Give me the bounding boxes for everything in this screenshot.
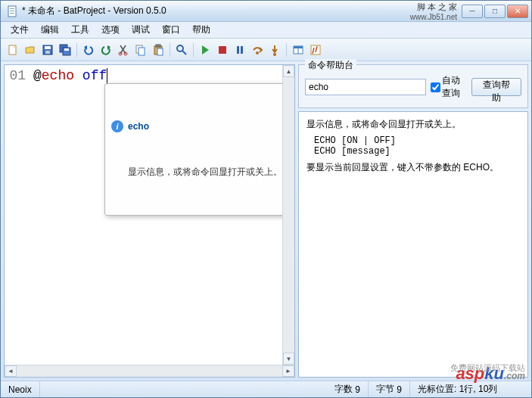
svg-rect-20 xyxy=(219,46,226,54)
tooltip-title: echo xyxy=(128,121,149,132)
svg-rect-3 xyxy=(10,13,14,14)
site-label: 脚 本 之 家 www.Jb51.net xyxy=(410,2,457,21)
toolbar-separator xyxy=(193,43,194,57)
help-panel: 命令帮助台 自动查询 查询帮助 显示信息，或将命令回显打开或关上。 ECHO [… xyxy=(298,64,528,378)
site-url: www.Jb51.net xyxy=(410,13,457,21)
scroll-right-icon[interactable]: ► xyxy=(282,365,294,377)
auto-query-checkbox[interactable]: 自动查询 xyxy=(431,74,467,100)
site-name: 脚 本 之 家 xyxy=(410,2,457,13)
minimize-button[interactable]: ─ xyxy=(462,5,483,18)
code-area[interactable]: @echo off i echo 显示信息，或将命令回显打开或关上。 xyxy=(32,65,282,365)
svg-rect-10 xyxy=(64,48,69,51)
svg-rect-17 xyxy=(157,48,163,55)
vertical-scrollbar[interactable]: ▲ ▼ xyxy=(282,65,294,365)
new-icon[interactable] xyxy=(5,42,20,58)
menubar: 文件 编辑 工具 选项 调试 窗口 帮助 xyxy=(1,22,531,39)
main-area: 01 @echo off i echo 显示信息，或将命令回显打开或关上。 ▲ … xyxy=(1,61,531,381)
help-search-input[interactable] xyxy=(305,79,426,95)
svg-rect-16 xyxy=(156,45,160,47)
svg-point-24 xyxy=(273,53,276,56)
info-icon: i xyxy=(111,120,123,132)
help-icon[interactable] xyxy=(308,42,323,58)
maximize-button[interactable]: □ xyxy=(484,5,506,18)
menu-tools[interactable]: 工具 xyxy=(66,22,95,38)
scroll-up-icon[interactable]: ▲ xyxy=(283,65,294,77)
code-keyword: echo xyxy=(42,68,74,83)
status-author: Neoix xyxy=(1,381,40,397)
svg-rect-22 xyxy=(241,46,243,54)
pause-icon[interactable] xyxy=(232,42,247,58)
cut-icon[interactable] xyxy=(116,42,131,58)
close-button[interactable]: ✕ xyxy=(507,5,528,18)
find-icon[interactable] xyxy=(174,42,189,58)
app-icon xyxy=(7,5,19,17)
stepin-icon[interactable] xyxy=(267,42,282,58)
svg-rect-6 xyxy=(45,46,51,49)
horizontal-scrollbar[interactable]: ◄ ► xyxy=(5,365,294,377)
statusbar: Neoix 字数 9 字节 9 光标位置: 1行, 10列 xyxy=(1,381,531,397)
menu-debug[interactable]: 调试 xyxy=(126,22,155,38)
help-legend: 命令帮助台 xyxy=(305,59,356,72)
status-chars: 字数 9 xyxy=(327,381,369,397)
scroll-down-icon[interactable]: ▼ xyxy=(283,353,294,365)
text-cursor xyxy=(107,68,107,83)
toolbar-separator xyxy=(170,43,170,57)
save-icon[interactable] xyxy=(40,42,55,58)
menu-window[interactable]: 窗口 xyxy=(157,22,185,38)
svg-rect-2 xyxy=(10,11,14,11)
paste-icon[interactable] xyxy=(151,42,166,58)
help-line2: 要显示当前回显设置，键入不带参数的 ECHO。 xyxy=(306,161,520,174)
toolbar xyxy=(1,39,531,61)
code-at: @ xyxy=(33,68,42,83)
svg-rect-7 xyxy=(45,51,50,54)
svg-rect-1 xyxy=(10,8,14,9)
stepover-icon[interactable] xyxy=(250,42,265,58)
auto-query-check[interactable] xyxy=(431,82,440,92)
svg-rect-26 xyxy=(294,46,303,48)
help-content[interactable]: 显示信息，或将命令回显打开或关上。 ECHO [ON | OFF] ECHO [… xyxy=(298,111,528,378)
menu-file[interactable]: 文件 xyxy=(5,22,34,38)
editor-pane: 01 @echo off i echo 显示信息，或将命令回显打开或关上。 ▲ … xyxy=(4,64,295,378)
help-search-group: 命令帮助台 自动查询 查询帮助 xyxy=(298,64,528,108)
svg-point-23 xyxy=(256,51,259,54)
copy-icon[interactable] xyxy=(133,42,148,58)
help-syntax: ECHO [ON | OFF] ECHO [message] xyxy=(314,135,520,157)
auto-query-label: 自动查询 xyxy=(442,74,467,100)
query-help-button[interactable]: 查询帮助 xyxy=(471,78,521,96)
titlebar[interactable]: * 未命名 - BatProject - Version 0.5.0 脚 本 之… xyxy=(1,1,531,22)
window-buttons: ─ □ ✕ xyxy=(462,5,528,18)
menu-help[interactable]: 帮助 xyxy=(187,22,216,38)
line-number: 01 xyxy=(9,68,26,83)
tooltip-body: 显示信息，或将命令回显打开或关上。 xyxy=(128,166,279,179)
intellisense-tooltip: i echo 显示信息，或将命令回显打开或关上。 xyxy=(104,83,286,216)
redo-icon[interactable] xyxy=(98,42,114,58)
menu-edit[interactable]: 编辑 xyxy=(36,22,64,38)
toolbar-separator xyxy=(286,43,287,57)
svg-rect-14 xyxy=(138,48,145,55)
open-icon[interactable] xyxy=(23,42,38,58)
svg-rect-21 xyxy=(237,46,239,54)
togglepane-icon[interactable] xyxy=(291,42,306,58)
app-window: * 未命名 - BatProject - Version 0.5.0 脚 本 之… xyxy=(0,0,532,398)
help-line1: 显示信息，或将命令回显打开或关上。 xyxy=(306,118,520,131)
status-cursor: 光标位置: 1行, 10列 xyxy=(410,381,531,397)
run-icon[interactable] xyxy=(198,42,213,58)
status-bytes: 字节 9 xyxy=(369,381,410,397)
code-editor[interactable]: 01 @echo off i echo 显示信息，或将命令回显打开或关上。 ▲ … xyxy=(5,65,294,365)
saveall-icon[interactable] xyxy=(58,42,73,58)
svg-point-18 xyxy=(177,45,183,51)
line-gutter: 01 xyxy=(5,65,32,365)
code-arg: off xyxy=(74,68,107,83)
stop-icon[interactable] xyxy=(215,42,230,58)
menu-options[interactable]: 选项 xyxy=(96,22,125,38)
svg-line-19 xyxy=(182,51,186,54)
undo-icon[interactable] xyxy=(81,42,96,58)
toolbar-separator xyxy=(76,43,77,57)
scroll-left-icon[interactable]: ◄ xyxy=(5,365,17,377)
title-text: * 未命名 - BatProject - Version 0.5.0 xyxy=(22,5,410,17)
